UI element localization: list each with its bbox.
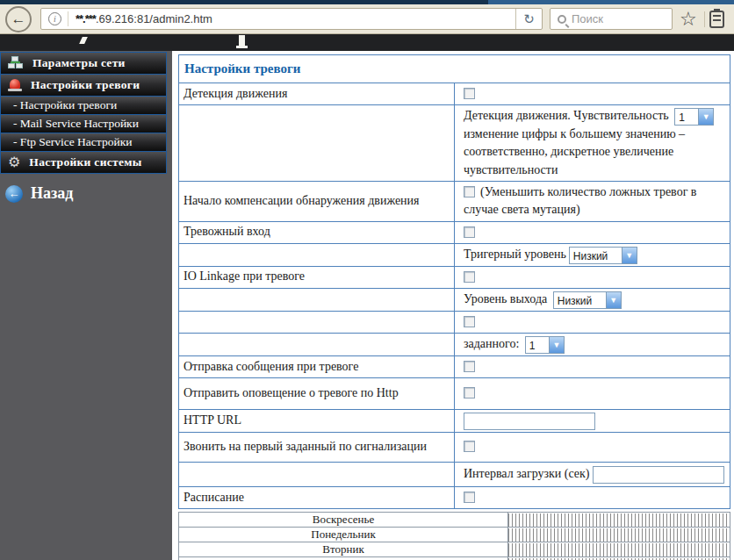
row-control-cell	[455, 410, 730, 433]
alarm-call-checkbox[interactable]	[464, 441, 475, 452]
sidebar-item-back[interactable]: ← Назад	[0, 184, 172, 203]
settings-row-preset-number: заданного: 1▼	[179, 334, 730, 356]
page: Параметры сетиНастройки тревоги- Настрой…	[0, 51, 734, 560]
row-control-cell	[455, 311, 730, 333]
schedule-table: ВоскресеньеПонедельникВторникСредаЧетвер…	[178, 512, 730, 560]
gear-icon: ⚙	[8, 155, 20, 169]
bookmark-star-icon[interactable]: ☆	[680, 7, 697, 32]
schedule-day-label: Вторник	[179, 542, 508, 557]
settings-row-http-url: HTTP URL	[179, 410, 730, 433]
row-control-cell	[455, 83, 730, 105]
schedule-time-grid[interactable]	[508, 528, 730, 542]
motion-detection-checkbox[interactable]	[464, 88, 475, 99]
row-label: IO Linkage при тревоге	[179, 266, 455, 288]
row-label	[179, 243, 455, 266]
row-label: Детекция движения	[179, 83, 455, 105]
search-input[interactable]: Поиск	[550, 8, 673, 30]
settings-row-sensitivity: Детекция движения. Чувствительность 1▼ и…	[179, 105, 730, 182]
schedule-day-label: Понедельник	[179, 528, 508, 542]
http-notify-checkbox[interactable]	[464, 387, 475, 398]
row-text: изменение цифры к большему значению – со…	[464, 127, 685, 176]
row-label	[179, 288, 455, 311]
schedule-row: Вторник	[179, 542, 730, 557]
search-placeholder: Поиск	[572, 12, 603, 25]
settings-row-output-level: Уровень выхода Низкий▼	[179, 288, 730, 311]
sidebar-item-label: - Настройки тревоги	[13, 98, 117, 112]
row-text: Интервал загрузки (сек)	[464, 467, 593, 480]
reading-list-icon[interactable]	[709, 11, 724, 28]
row-label	[179, 105, 455, 182]
title-fragment	[239, 35, 245, 48]
sensitivity-select-value: 1	[675, 109, 698, 125]
upload-interval-input[interactable]	[593, 466, 724, 484]
sidebar-item-alarm-settings-sub[interactable]: - Настройки тревоги	[0, 96, 167, 115]
sidebar-item-label: Настройки системы	[29, 155, 141, 169]
dropdown-arrow-icon[interactable]: ▼	[622, 248, 637, 263]
back-button[interactable]: ←	[5, 6, 32, 32]
browser-toolbar: ← i **.***.69.216:81/admin2.htm ↻ Поиск …	[0, 4, 734, 34]
row-label	[179, 462, 455, 486]
row-label: Расписание	[179, 486, 455, 508]
row-control-cell	[455, 221, 730, 243]
schedule-time-grid[interactable]	[508, 543, 730, 556]
row-label: HTTP URL	[179, 410, 455, 433]
preset-enable-checkbox[interactable]	[464, 316, 475, 327]
url-bar[interactable]: i **.***.69.216:81/admin2.htm ↻	[40, 8, 543, 30]
schedule-grid-cell	[508, 528, 730, 542]
page-title: Настройки тревоги	[179, 55, 730, 83]
settings-row-io-linkage: IO Linkage при тревоге	[179, 266, 730, 288]
settings-row-motion-detection: Детекция движения	[179, 83, 730, 105]
settings-row-http-notify: Отправить оповещение о тревоге по Http	[179, 378, 730, 410]
page-header-band	[0, 34, 734, 51]
settings-row-alarm-input: Тревожный вход	[179, 221, 730, 243]
sidebar-item-label: - Ftp Service Настройки	[13, 135, 132, 149]
io-linkage-checkbox[interactable]	[464, 271, 475, 283]
preset-number-select[interactable]: 1▼	[525, 336, 565, 354]
sidebar-item-ftp-service-settings[interactable]: - Ftp Service Настройки	[0, 133, 167, 152]
output-level-select[interactable]: Низкий▼	[553, 291, 622, 309]
preset-number-select-value: 1	[526, 337, 549, 353]
search-icon	[558, 15, 566, 24]
dropdown-arrow-icon[interactable]: ▼	[549, 337, 564, 353]
reload-icon[interactable]: ↻	[515, 9, 542, 29]
toolbar-separator	[704, 11, 705, 27]
row-control-cell: Интервал загрузки (сек)	[455, 462, 730, 486]
sidebar-item-network-settings[interactable]: Параметры сети	[0, 52, 167, 75]
row-control-cell: (Уменьшить количество ложных тревог в сл…	[455, 181, 730, 221]
settings-row-trigger-level: Тригерный уровеньНизкий▼	[179, 243, 730, 266]
row-label: Тревожный вход	[179, 221, 455, 243]
alarm-icon	[8, 79, 22, 92]
sidebar: Параметры сетиНастройки тревоги- Настрой…	[0, 51, 172, 560]
sidebar-item-label: - Mail Service Настройки	[13, 117, 139, 131]
sensitivity-select[interactable]: 1▼	[674, 108, 714, 126]
schedule-grid-cell	[508, 542, 730, 557]
site-info-icon[interactable]: i	[48, 12, 61, 25]
motion-compensation-checkbox[interactable]	[464, 186, 475, 197]
sidebar-item-label: Параметры сети	[32, 56, 126, 70]
sidebar-menu: Параметры сетиНастройки тревоги- Настрой…	[0, 51, 172, 174]
row-control-cell: Детекция движения. Чувствительность 1▼ и…	[455, 105, 730, 182]
url-visible: .69.216:81/admin2.htm	[96, 12, 212, 25]
row-control-cell: заданного: 1▼	[455, 334, 730, 356]
row-control-cell	[455, 378, 730, 410]
send-message-checkbox[interactable]	[464, 361, 475, 372]
http-url-input[interactable]	[464, 413, 595, 430]
settings-row-preset-enable	[179, 311, 730, 333]
network-icon	[8, 56, 24, 70]
url-redacted: **.***	[76, 12, 96, 25]
trigger-level-select[interactable]: Низкий▼	[569, 247, 637, 264]
dropdown-arrow-icon[interactable]: ▼	[698, 109, 713, 125]
sidebar-item-alarm-settings[interactable]: Настройки тревоги	[0, 74, 167, 97]
schedule-row: Понедельник	[179, 528, 730, 542]
sidebar-item-system-settings[interactable]: ⚙Настройки системы	[0, 151, 167, 174]
row-label: Начало компенсации обнаружения движения	[179, 181, 455, 221]
settings-row-alarm-call: Звонить на первый заданный по сигнализац…	[179, 432, 730, 462]
row-control-cell	[455, 486, 730, 508]
alarm-input-checkbox[interactable]	[464, 226, 475, 238]
sidebar-item-mail-service-settings[interactable]: - Mail Service Настройки	[0, 114, 167, 133]
schedule-checkbox[interactable]	[464, 492, 475, 503]
dropdown-arrow-icon[interactable]: ▼	[606, 292, 621, 308]
url-text[interactable]: **.***.69.216:81/admin2.htm	[76, 12, 515, 25]
schedule-time-grid[interactable]	[508, 513, 730, 527]
title-fragment	[79, 37, 88, 44]
